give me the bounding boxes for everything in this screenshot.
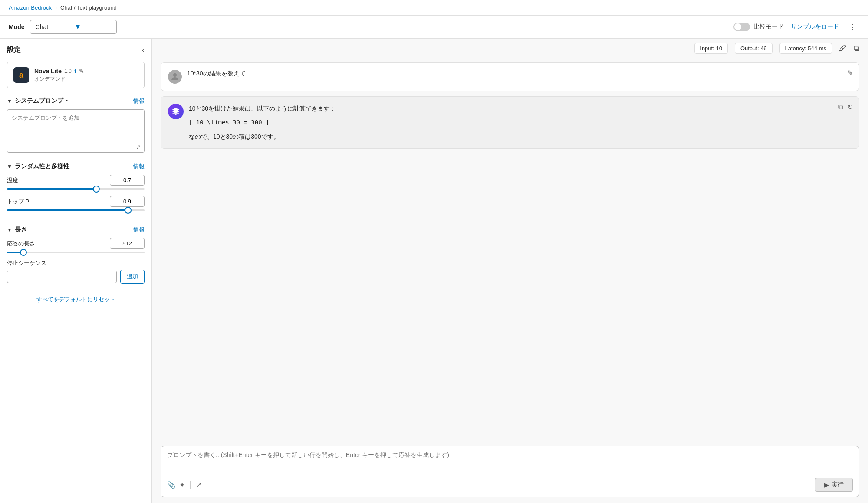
chat-stats-bar: Input: 10 Output: 46 Latency: 544 ms 🖊 ⧉: [152, 39, 868, 58]
breadcrumb-current: Chat / Text playground: [60, 4, 117, 11]
system-prompt-wrap: ⤢: [7, 109, 145, 154]
main-layout: 設定 ‹ a Nova Lite 1.0 ℹ ✎ オンデマンド ▼: [0, 39, 868, 503]
system-prompt-textarea[interactable]: [7, 109, 145, 153]
system-prompt-title: システムプロンプト: [15, 97, 69, 105]
mode-bar-right: 比較モード サンプルをロード ⋮: [733, 21, 859, 33]
compare-mode-label: 比較モード: [753, 23, 784, 31]
chat-input-textarea[interactable]: [167, 451, 853, 473]
mode-label: Mode: [9, 23, 25, 30]
top-p-slider[interactable]: [7, 209, 145, 211]
chat-area: Input: 10 Output: 46 Latency: 544 ms 🖊 ⧉…: [152, 39, 868, 503]
randomness-title: ランダム性と多様性: [15, 163, 69, 170]
section-arrow-icon: ▼: [7, 163, 12, 170]
response-length-label: 応答の長さ: [7, 240, 35, 248]
temperature-slider[interactable]: [7, 188, 145, 190]
user-message-edit-button[interactable]: ✎: [847, 69, 853, 77]
length-section-header[interactable]: ▼ 長さ 情報: [7, 226, 145, 234]
compare-mode-toggle[interactable]: [733, 23, 750, 31]
ai-response-line1: 10と30を掛けた結果は、以下のように計算できます：: [189, 104, 852, 113]
amazon-logo-icon: a: [13, 67, 29, 83]
response-length-slider[interactable]: [7, 252, 145, 253]
stop-sequence-input[interactable]: [7, 271, 117, 283]
model-name: Nova Lite: [34, 68, 62, 75]
user-message-text: 10*30の結果を教えて: [187, 70, 852, 78]
system-prompt-info-link[interactable]: 情報: [133, 97, 145, 105]
chevron-down-icon: ▼: [74, 23, 81, 31]
breadcrumb-bar: Amazon Bedrock › Chat / Text playground: [0, 0, 868, 16]
ai-message: 10と30を掛けた結果は、以下のように計算できます： [ 10 \times 3…: [161, 96, 859, 149]
model-card: a Nova Lite 1.0 ℹ ✎ オンデマンド: [7, 62, 145, 88]
system-prompt-section-header[interactable]: ▼ システムプロンプト 情報: [7, 97, 145, 105]
model-version: 1.0: [64, 68, 72, 74]
ai-response-math: [ 10 \times 30 = 300 ]: [189, 118, 852, 127]
response-length-slider-thumb[interactable]: [20, 249, 27, 256]
system-prompt-section: ▼ システムプロンプト 情報 ⤢: [7, 97, 145, 154]
chat-input-box: 📎 ✦ ⤢ ▶ 実行: [161, 446, 859, 497]
section-arrow-icon: ▼: [7, 98, 12, 104]
length-section: ▼ 長さ 情報 応答の長さ 停止シーケンス: [7, 226, 145, 284]
user-message: 10*30の結果を教えて ✎: [161, 62, 859, 91]
top-p-input[interactable]: 0.9: [110, 196, 145, 207]
randomness-info-link[interactable]: 情報: [133, 163, 145, 170]
chat-input-icons: 📎 ✦ ⤢: [167, 481, 201, 489]
reset-defaults-button[interactable]: すべてをデフォルトにリセット: [7, 296, 145, 304]
temperature-input[interactable]: 0.7: [110, 175, 145, 186]
sample-load-button[interactable]: サンプルをロード: [791, 23, 839, 31]
input-divider: [190, 481, 191, 489]
response-length-row: 応答の長さ: [7, 238, 145, 249]
expand-icon-button[interactable]: ⤢: [196, 481, 201, 489]
top-p-label: トップ P: [7, 198, 29, 206]
randomness-section-header[interactable]: ▼ ランダム性と多様性 情報: [7, 163, 145, 170]
output-stat-badge: Output: 46: [735, 43, 773, 54]
expand-icon[interactable]: ⤢: [136, 144, 141, 150]
run-arrow-icon: ▶: [824, 481, 829, 488]
section-header-left: ▼ 長さ: [7, 226, 27, 234]
response-length-input[interactable]: [110, 238, 145, 249]
chat-input-footer: 📎 ✦ ⤢ ▶ 実行: [167, 478, 853, 492]
stop-sequence-row: 停止シーケンス: [7, 259, 145, 267]
breadcrumb-separator: ›: [55, 5, 57, 11]
model-sub: オンデマンド: [34, 75, 138, 83]
ai-message-actions: ⧉ ↻: [838, 103, 853, 111]
copy-icon-button[interactable]: ⧉: [854, 44, 859, 53]
length-title: 長さ: [15, 226, 27, 234]
section-arrow-icon: ▼: [7, 227, 12, 233]
collapse-sidebar-button[interactable]: ‹: [142, 46, 145, 55]
input-stat-badge: Input: 10: [694, 43, 728, 54]
temperature-slider-thumb[interactable]: [93, 186, 100, 193]
section-header-left: ▼ ランダム性と多様性: [7, 163, 69, 170]
wand-icon-button[interactable]: 🖊: [839, 44, 847, 53]
ai-avatar: [168, 104, 184, 119]
svg-point-0: [173, 73, 177, 77]
mode-bar: Mode Chat ▼ 比較モード サンプルをロード ⋮: [0, 16, 868, 39]
stop-sequence-input-row: 追加: [7, 270, 145, 284]
chat-messages: 10*30の結果を教えて ✎ 10と30を掛けた結果は、以下のように計算できます…: [152, 58, 868, 441]
magic-wand-icon-button[interactable]: ✦: [179, 481, 185, 489]
add-stop-sequence-button[interactable]: 追加: [120, 270, 145, 284]
mode-select-value: Chat: [36, 23, 49, 30]
ai-copy-button[interactable]: ⧉: [838, 103, 843, 111]
model-edit-icon[interactable]: ✎: [79, 68, 84, 75]
latency-stat-badge: Latency: 544 ms: [779, 43, 832, 54]
more-options-button[interactable]: ⋮: [846, 21, 859, 33]
stop-sequence-label: 停止シーケンス: [7, 259, 46, 267]
ai-message-content: 10と30を掛けた結果は、以下のように計算できます： [ 10 \times 3…: [189, 104, 852, 141]
toggle-knob: [734, 23, 741, 30]
compare-mode-toggle-wrap: 比較モード: [733, 23, 784, 31]
mode-select[interactable]: Chat ▼: [30, 20, 117, 34]
breadcrumb-link[interactable]: Amazon Bedrock: [9, 4, 52, 11]
model-info-icon[interactable]: ℹ: [74, 68, 76, 75]
run-button[interactable]: ▶ 実行: [815, 478, 853, 492]
mode-bar-left: Mode Chat ▼: [9, 20, 117, 34]
section-header-left: ▼ システムプロンプト: [7, 97, 69, 105]
top-p-slider-fill: [7, 209, 128, 211]
model-info: Nova Lite 1.0 ℹ ✎ オンデマンド: [34, 68, 138, 83]
sidebar-header: 設定 ‹: [7, 46, 145, 55]
temperature-label: 温度: [7, 176, 18, 184]
ai-response-line2: なので、10と30の積は300です。: [189, 132, 852, 141]
attachment-icon-button[interactable]: 📎: [167, 481, 176, 489]
top-p-slider-thumb[interactable]: [125, 207, 132, 214]
ai-refresh-button[interactable]: ↻: [847, 103, 853, 111]
length-info-link[interactable]: 情報: [133, 226, 145, 234]
temperature-row: 温度 0.7: [7, 175, 145, 186]
